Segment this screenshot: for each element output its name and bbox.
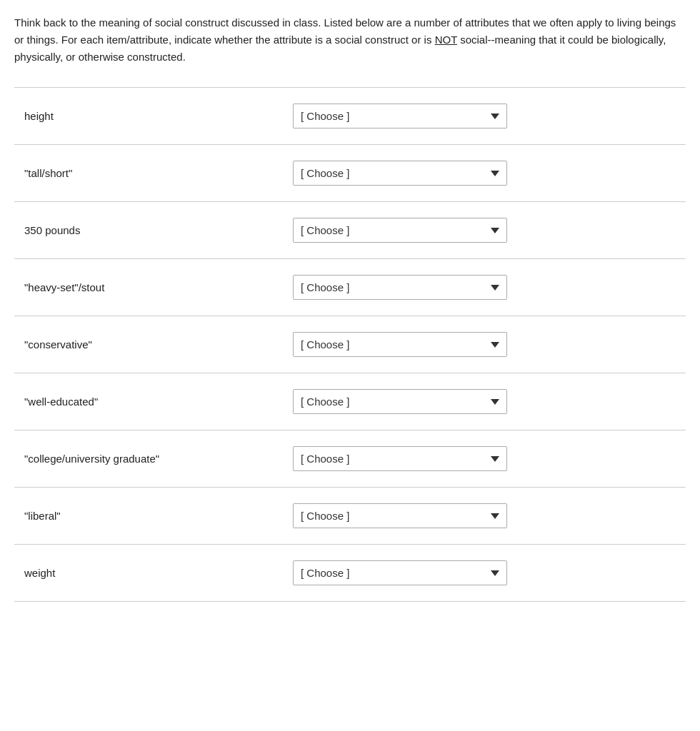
table-row: "college/university graduate"[ Choose ]S… <box>14 430 686 488</box>
spacer-cell <box>514 373 686 430</box>
choice-select-q1[interactable]: [ Choose ]Social ConstructNOT a Social C… <box>293 104 507 128</box>
table-row: height[ Choose ]Social ConstructNOT a So… <box>14 88 686 145</box>
question-label: "heavy-set"/stout <box>14 259 286 316</box>
table-row: "conservative"[ Choose ]Social Construct… <box>14 316 686 373</box>
choice-select-q6[interactable]: [ Choose ]Social ConstructNOT a Social C… <box>293 389 507 414</box>
choice-select-q9[interactable]: [ Choose ]Social ConstructNOT a Social C… <box>293 560 507 585</box>
table-row: "liberal"[ Choose ]Social ConstructNOT a… <box>14 488 686 545</box>
table-row: weight[ Choose ]Social ConstructNOT a So… <box>14 545 686 602</box>
choice-select-q2[interactable]: [ Choose ]Social ConstructNOT a Social C… <box>293 161 507 186</box>
spacer-cell <box>514 545 686 602</box>
question-label: 350 pounds <box>14 202 286 259</box>
question-label: "liberal" <box>14 488 286 545</box>
table-row: "well-educated"[ Choose ]Social Construc… <box>14 373 686 430</box>
spacer-cell <box>514 202 686 259</box>
question-label: "tall/short" <box>14 145 286 202</box>
choice-select-q7[interactable]: [ Choose ]Social ConstructNOT a Social C… <box>293 446 507 471</box>
choice-select-q8[interactable]: [ Choose ]Social ConstructNOT a Social C… <box>293 503 507 528</box>
question-label: "well-educated" <box>14 373 286 430</box>
question-label: "college/university graduate" <box>14 430 286 488</box>
question-label: weight <box>14 545 286 602</box>
question-label: "conservative" <box>14 316 286 373</box>
spacer-cell <box>514 88 686 145</box>
choice-select-q5[interactable]: [ Choose ]Social ConstructNOT a Social C… <box>293 332 507 357</box>
underline-not: NOT <box>435 34 457 46</box>
table-row: 350 pounds[ Choose ]Social ConstructNOT … <box>14 202 686 259</box>
spacer-cell <box>514 316 686 373</box>
spacer-cell <box>514 488 686 545</box>
questions-table: height[ Choose ]Social ConstructNOT a So… <box>14 87 686 602</box>
spacer-cell <box>514 145 686 202</box>
spacer-cell <box>514 430 686 488</box>
question-label: height <box>14 88 286 145</box>
table-row: "heavy-set"/stout[ Choose ]Social Constr… <box>14 259 686 316</box>
choice-select-q4[interactable]: [ Choose ]Social ConstructNOT a Social C… <box>293 275 507 300</box>
instructions-text: Think back to the meaning of social cons… <box>14 14 686 66</box>
spacer-cell <box>514 259 686 316</box>
table-row: "tall/short"[ Choose ]Social ConstructNO… <box>14 145 686 202</box>
choice-select-q3[interactable]: [ Choose ]Social ConstructNOT a Social C… <box>293 218 507 243</box>
